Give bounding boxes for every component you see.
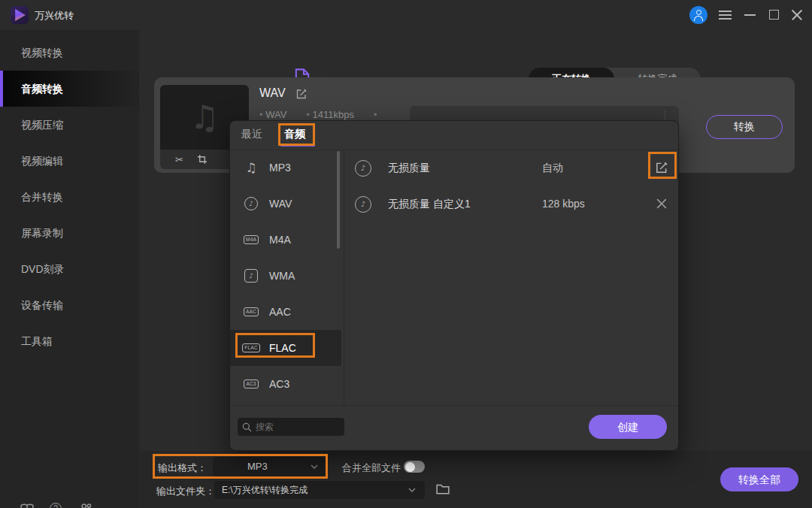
format-item-ac3[interactable]: AC3 AC3 xyxy=(230,366,341,402)
trim-scissors-icon[interactable]: ✂ xyxy=(175,154,183,165)
menu-icon[interactable] xyxy=(719,11,732,20)
delete-quality-icon[interactable] xyxy=(656,198,667,209)
format-popup: 最近 音频 ♫ MP3 ♪ WAV M4A M4A ♪ WMA AAC AAC … xyxy=(229,120,679,451)
convert-all-button[interactable]: 转换全部 xyxy=(720,467,798,491)
sidebar-item-toolbox[interactable]: 工具箱 xyxy=(0,323,139,359)
sidebar-item-video-compress[interactable]: 视频压缩 xyxy=(0,107,139,143)
app-logo-icon xyxy=(11,6,29,24)
flac-badge-icon: FLAC xyxy=(242,343,259,353)
rename-edit-icon[interactable] xyxy=(295,88,308,100)
sidebar-item-screen-record[interactable]: 屏幕录制 xyxy=(0,215,139,251)
merge-all-label: 合并全部文件 xyxy=(342,461,401,475)
output-folder-dropdown[interactable]: E:\万兴优转\转换完成 xyxy=(214,481,425,499)
output-format-label: 输出格式： xyxy=(158,461,207,475)
format-item-wma[interactable]: ♪ WMA xyxy=(230,258,341,294)
m4a-badge-icon: M4A xyxy=(244,235,259,245)
file-metadata: WAV 1411kbps xyxy=(259,109,377,120)
titlebar: 万兴优转 xyxy=(0,0,812,30)
sidebar-item-dvd-burn[interactable]: DVD刻录 xyxy=(0,251,139,287)
music-note-icon: ♫ xyxy=(189,98,219,136)
guide-book-icon[interactable] xyxy=(20,503,34,508)
bottom-bar: 输出格式： MP3 合并全部文件 输出文件夹： E:\万兴优转\转换完成 转换全… xyxy=(139,451,812,508)
minimize-icon[interactable] xyxy=(744,14,756,16)
format-item-wav[interactable]: ♪ WAV xyxy=(230,186,341,222)
format-item-flac[interactable]: FLAC FLAC xyxy=(230,330,341,366)
sidebar-item-merge-convert[interactable]: 合并转换 xyxy=(0,179,139,215)
quality-disc-icon: ♪ xyxy=(355,160,371,177)
sidebar: 视频转换 音频转换 视频压缩 视频编辑 合并转换 屏幕录制 DVD刻录 设备传输… xyxy=(0,30,139,508)
person-icon xyxy=(696,10,701,15)
search-input[interactable] xyxy=(256,422,340,432)
disc-icon: ♪ xyxy=(244,197,258,210)
format-list-scrollbar[interactable] xyxy=(337,151,340,249)
sidebar-item-video-edit[interactable]: 视频编辑 xyxy=(0,143,139,179)
close-icon[interactable] xyxy=(791,9,803,21)
create-button[interactable]: 创建 xyxy=(589,415,667,439)
sidebar-item-video-convert[interactable]: 视频转换 xyxy=(0,35,139,71)
format-search xyxy=(238,418,344,436)
sidebar-item-audio-convert[interactable]: 音频转换 xyxy=(0,71,139,107)
popup-tab-audio[interactable]: 音频 xyxy=(284,128,305,141)
file-title: WAV xyxy=(259,86,286,100)
output-format-dropdown[interactable]: MP3 xyxy=(213,457,326,476)
help-icon[interactable]: ? xyxy=(50,503,62,508)
app-window: 万兴优转 视频转换 音频转换 视频压缩 视频编辑 合并转换 屏幕录制 DVD刻录… xyxy=(0,0,812,508)
format-item-mp3[interactable]: ♫ MP3 xyxy=(230,150,341,186)
music-notes-icon: ♫ xyxy=(245,160,256,175)
merge-toggle[interactable] xyxy=(404,461,425,473)
community-icon[interactable] xyxy=(79,503,93,508)
format-item-m4a[interactable]: M4A M4A xyxy=(230,222,341,258)
square-note-icon: ♪ xyxy=(244,269,258,283)
search-icon xyxy=(242,422,252,432)
format-item-aac[interactable]: AAC AAC xyxy=(230,294,341,330)
active-tab-underline xyxy=(280,144,315,147)
sidebar-item-device-transfer[interactable]: 设备传输 xyxy=(0,287,139,323)
toolbar: 正在转换 转换完成 xyxy=(139,30,812,66)
aac-badge-icon: AAC xyxy=(244,307,259,317)
quality-row-lossless[interactable]: ♪ 无损质量 自动 xyxy=(344,153,678,186)
edit-quality-icon[interactable] xyxy=(655,161,668,174)
meta-bullet xyxy=(374,109,377,120)
convert-button[interactable]: 转换 xyxy=(706,115,783,139)
app-title: 万兴优转 xyxy=(35,9,74,23)
account-avatar[interactable] xyxy=(689,6,707,24)
crop-icon[interactable] xyxy=(197,154,208,165)
chevron-down-icon xyxy=(311,464,318,469)
output-folder-label: 输出文件夹： xyxy=(156,485,215,498)
chevron-down-icon xyxy=(408,488,416,492)
meta-format: WAV xyxy=(259,109,286,120)
open-folder-icon[interactable] xyxy=(436,483,450,494)
maximize-icon[interactable] xyxy=(769,10,779,20)
popup-tab-recent[interactable]: 最近 xyxy=(241,128,262,141)
quality-disc-icon: ♪ xyxy=(355,196,371,213)
quality-row-custom[interactable]: ♪ 无损质量 自定义1 128 kbps xyxy=(344,189,678,222)
meta-bitrate: 1411kbps xyxy=(306,109,354,120)
ac3-badge-icon: AC3 xyxy=(244,379,258,389)
